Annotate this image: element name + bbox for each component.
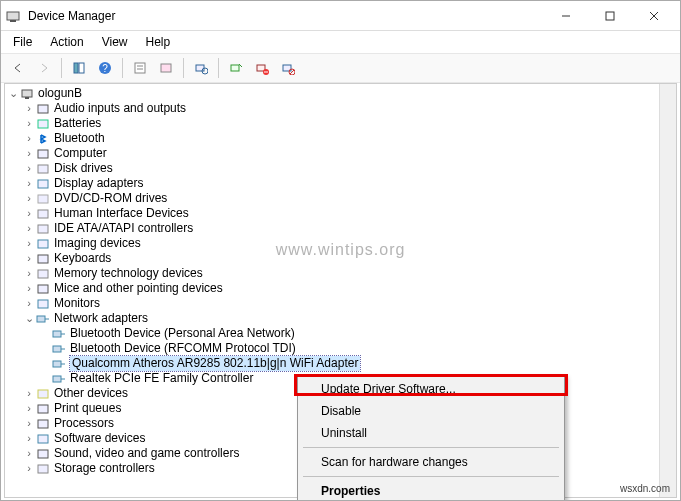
expand-icon[interactable]: › xyxy=(23,131,35,146)
tree-category[interactable]: ⌄Network adapters xyxy=(7,311,674,326)
expand-icon[interactable]: › xyxy=(23,416,35,431)
forward-button[interactable] xyxy=(33,57,55,79)
menu-action[interactable]: Action xyxy=(48,33,85,51)
battery-icon xyxy=(35,116,51,131)
svg-rect-36 xyxy=(38,285,48,293)
expand-icon[interactable]: › xyxy=(23,401,35,416)
tree-category[interactable]: ›IDE ATA/ATAPI controllers xyxy=(7,221,674,236)
expand-icon[interactable]: ⌄ xyxy=(23,311,35,326)
context-menu-item[interactable]: Properties xyxy=(301,480,561,501)
maximize-button[interactable] xyxy=(588,2,632,30)
svg-rect-50 xyxy=(38,420,48,428)
tree-category-label: Processors xyxy=(54,416,114,431)
net-icon xyxy=(51,326,67,341)
tree-category-label: Computer xyxy=(54,146,107,161)
svg-rect-29 xyxy=(38,180,48,188)
scrollbar[interactable] xyxy=(659,84,676,497)
disable-button[interactable] xyxy=(277,57,299,79)
tree-category-label: Mice and other pointing devices xyxy=(54,281,223,296)
tree-device[interactable]: Bluetooth Device (Personal Area Network) xyxy=(7,326,674,341)
menu-help[interactable]: Help xyxy=(144,33,173,51)
keyboard-icon xyxy=(35,251,51,266)
tree-category[interactable]: ›Computer xyxy=(7,146,674,161)
expand-icon[interactable]: › xyxy=(23,176,35,191)
tree-category-label: Storage controllers xyxy=(54,461,155,476)
close-button[interactable] xyxy=(632,2,676,30)
tree-category[interactable]: ›Human Interface Devices xyxy=(7,206,674,221)
tree-root[interactable]: ⌄ologunB xyxy=(7,86,674,101)
help-button[interactable]: ? xyxy=(94,57,116,79)
expand-icon[interactable]: › xyxy=(23,221,35,236)
tree-device[interactable]: Bluetooth Device (RFCOMM Protocol TDI) xyxy=(7,341,674,356)
tree-category[interactable]: ›Imaging devices xyxy=(7,236,674,251)
tree-category[interactable]: ›Display adapters xyxy=(7,176,674,191)
svg-rect-34 xyxy=(38,255,48,263)
show-hide-tree-button[interactable] xyxy=(68,57,90,79)
expand-icon[interactable]: › xyxy=(23,251,35,266)
back-button[interactable] xyxy=(7,57,29,79)
expand-icon[interactable]: › xyxy=(23,266,35,281)
svg-rect-38 xyxy=(37,316,45,322)
svg-rect-51 xyxy=(38,435,48,443)
tree-category[interactable]: ›Audio inputs and outputs xyxy=(7,101,674,116)
tree-category-label: Print queues xyxy=(54,401,121,416)
expand-icon[interactable]: › xyxy=(23,461,35,476)
menu-view[interactable]: View xyxy=(100,33,130,51)
expand-icon[interactable]: › xyxy=(23,101,35,116)
tree-category[interactable]: ›Keyboards xyxy=(7,251,674,266)
tree-category-label: Monitors xyxy=(54,296,100,311)
tree-device[interactable]: Qualcomm Atheros AR9285 802.11b|g|n WiFi… xyxy=(7,356,674,371)
menu-file[interactable]: File xyxy=(11,33,34,51)
expand-icon[interactable]: › xyxy=(23,161,35,176)
tree-category[interactable]: ›Disk drives xyxy=(7,161,674,176)
expand-icon[interactable]: › xyxy=(23,281,35,296)
context-menu-item[interactable]: Uninstall xyxy=(301,422,561,444)
svg-rect-6 xyxy=(74,63,78,73)
expand-icon[interactable]: › xyxy=(23,116,35,131)
svg-rect-7 xyxy=(79,63,84,73)
expand-icon[interactable]: › xyxy=(23,236,35,251)
expand-icon[interactable]: › xyxy=(23,386,35,401)
context-menu: Update Driver Software...DisableUninstal… xyxy=(297,374,565,501)
expand-icon[interactable]: › xyxy=(23,431,35,446)
enable-button[interactable] xyxy=(225,57,247,79)
expand-icon[interactable]: › xyxy=(23,191,35,206)
tree-category[interactable]: ›Bluetooth xyxy=(7,131,674,146)
svg-rect-27 xyxy=(38,150,48,158)
tree-category-label: Audio inputs and outputs xyxy=(54,101,186,116)
minimize-button[interactable] xyxy=(544,2,588,30)
ide-icon xyxy=(35,221,51,236)
uninstall-button[interactable] xyxy=(251,57,273,79)
expand-icon[interactable]: › xyxy=(23,296,35,311)
context-menu-item[interactable]: Disable xyxy=(301,400,561,422)
expand-icon[interactable]: › xyxy=(23,146,35,161)
tree-category-label: Batteries xyxy=(54,116,101,131)
context-menu-item[interactable]: Update Driver Software... xyxy=(301,378,561,400)
tree-category[interactable]: ›Monitors xyxy=(7,296,674,311)
context-menu-item[interactable]: Scan for hardware changes xyxy=(301,451,561,473)
net-icon xyxy=(51,341,67,356)
tree-device-label: Bluetooth Device (Personal Area Network) xyxy=(70,326,295,341)
svg-rect-35 xyxy=(38,270,48,278)
scan-hardware-button[interactable] xyxy=(190,57,212,79)
storage-icon xyxy=(35,461,51,476)
tree-category-label: Imaging devices xyxy=(54,236,141,251)
audio-icon xyxy=(35,101,51,116)
titlebar: Device Manager xyxy=(1,1,680,31)
tree-category-label: Disk drives xyxy=(54,161,113,176)
tree-category[interactable]: ›Memory technology devices xyxy=(7,266,674,281)
print-icon xyxy=(35,401,51,416)
properties-button[interactable] xyxy=(129,57,151,79)
pc-icon xyxy=(35,146,51,161)
expand-icon[interactable]: › xyxy=(23,206,35,221)
tree-category-label: Other devices xyxy=(54,386,128,401)
expand-icon[interactable]: › xyxy=(23,446,35,461)
update-driver-button[interactable] xyxy=(155,57,177,79)
svg-rect-46 xyxy=(53,376,61,382)
tree-category[interactable]: ›DVD/CD-ROM drives xyxy=(7,191,674,206)
tree-category[interactable]: ›Mice and other pointing devices xyxy=(7,281,674,296)
tree-category-label: Human Interface Devices xyxy=(54,206,189,221)
net-icon xyxy=(51,356,67,371)
tree-category-label: Sound, video and game controllers xyxy=(54,446,239,461)
tree-category[interactable]: ›Batteries xyxy=(7,116,674,131)
